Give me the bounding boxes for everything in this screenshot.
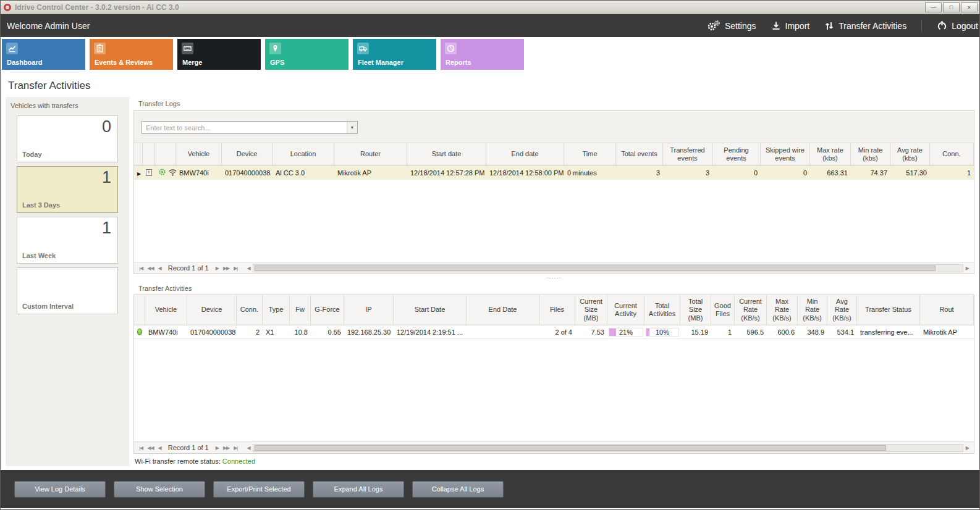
- search-input[interactable]: [142, 122, 347, 133]
- logs-cell-conn: 1: [930, 169, 974, 177]
- logs-col-avg-rate[interactable]: Avg rate (kbs): [890, 143, 930, 165]
- logs-scrollbar-thumb[interactable]: [255, 265, 936, 271]
- search-combo: ▼: [142, 121, 358, 134]
- wifi-status-label: Wi-Fi transfer remote status:: [135, 458, 221, 465]
- expand-all-logs-button[interactable]: Expand All Logs: [313, 481, 404, 498]
- logs-col-min-rate[interactable]: Min rate (kbs): [851, 143, 890, 165]
- acts-col-current-rate[interactable]: Current Rate (KB/s): [735, 295, 767, 325]
- logs-col-pending-events[interactable]: Pending events: [712, 143, 761, 165]
- acts-col-total-size[interactable]: Total Size (MB): [680, 295, 711, 325]
- acts-col-total-activities[interactable]: Total Activities: [644, 295, 680, 325]
- logs-col-vehicle[interactable]: Vehicle: [176, 143, 222, 165]
- scroll-right-button[interactable]: ▶: [965, 265, 970, 271]
- prev-button[interactable]: ◀: [157, 265, 163, 271]
- acts-h-scrollbar[interactable]: [253, 444, 963, 452]
- show-selection-button[interactable]: Show Selection: [114, 481, 205, 498]
- logs-col-skipped-wire-events[interactable]: Skipped wire events: [761, 143, 810, 165]
- acts-col-current-size[interactable]: Current Size (MB): [575, 295, 607, 325]
- acts-fast-next-button[interactable]: ▶▶: [222, 445, 230, 451]
- last-page-button[interactable]: ▶|: [232, 265, 239, 271]
- acts-col-good-files[interactable]: Good Files: [711, 295, 735, 325]
- fast-prev-button[interactable]: ◀◀: [146, 265, 154, 271]
- close-button[interactable]: ×: [961, 2, 978, 12]
- clipboard-icon: [94, 43, 106, 54]
- acts-col-vehicle[interactable]: Vehicle: [145, 295, 187, 325]
- acts-col-fw[interactable]: Fw: [290, 295, 311, 325]
- card-today[interactable]: 0 Today: [17, 115, 118, 162]
- logs-col-location[interactable]: Location: [272, 143, 334, 165]
- tab-fleet-manager[interactable]: Fleet Manager: [353, 39, 436, 70]
- view-log-details-button[interactable]: View Log Details: [14, 481, 106, 498]
- wifi-icon: [168, 169, 176, 177]
- activities-table-row[interactable]: BMW740i 017040000038 2 X1 10.8 0.55 192.…: [134, 325, 974, 339]
- acts-next-button[interactable]: ▶: [214, 445, 220, 451]
- acts-prev-button[interactable]: ◀: [157, 445, 163, 451]
- power-icon: [937, 20, 947, 31]
- acts-col-min-rate[interactable]: Min Rate (KB/s): [798, 295, 827, 325]
- settings-label: Settings: [725, 21, 756, 31]
- tab-dashboard-label: Dashboard: [7, 59, 42, 66]
- topbar-divider: [921, 20, 922, 32]
- logout-button[interactable]: Logout: [937, 20, 978, 31]
- logs-cell-total-events: 3: [616, 169, 663, 177]
- transfer-logs-panel-title: Transfer Logs: [133, 97, 974, 110]
- acts-scroll-right-button[interactable]: ▶: [965, 445, 970, 451]
- acts-col-ip[interactable]: IP: [344, 295, 394, 325]
- acts-col-status: [134, 295, 145, 325]
- card-custom-interval[interactable]: Custom Interval: [17, 267, 118, 314]
- acts-col-start-date[interactable]: Start Date: [394, 295, 467, 325]
- panel-splitter[interactable]: ······: [133, 274, 974, 282]
- logs-col-time[interactable]: Time: [564, 143, 616, 165]
- acts-col-g-force[interactable]: G-Force: [311, 295, 344, 325]
- search-dropdown-button[interactable]: ▼: [347, 122, 357, 133]
- tab-merge[interactable]: Merge: [177, 39, 261, 70]
- next-button[interactable]: ▶: [214, 265, 220, 271]
- acts-col-avg-rate[interactable]: Avg Rate (KB/s): [827, 295, 857, 325]
- maximize-button[interactable]: □: [943, 2, 960, 12]
- acts-scrollbar-thumb[interactable]: [255, 445, 886, 451]
- card-last-3-days[interactable]: 1 Last 3 Days: [17, 166, 118, 213]
- acts-col-transfer-status[interactable]: Transfer Status: [857, 295, 920, 325]
- logs-col-max-rate[interactable]: Max rate (kbs): [810, 143, 851, 165]
- logs-col-start-date[interactable]: Start date: [407, 143, 486, 165]
- logs-table-row[interactable]: ▶ + BMW740i 017040000038: [134, 166, 974, 180]
- tab-events-reviews[interactable]: Events & Reviews: [90, 39, 173, 70]
- first-page-button[interactable]: |◀: [138, 265, 144, 271]
- fast-next-button[interactable]: ▶▶: [222, 265, 230, 271]
- import-button[interactable]: Import: [771, 21, 810, 31]
- export-print-selected-button[interactable]: Export/Print Selected: [213, 481, 305, 498]
- settings-button[interactable]: Settings: [707, 20, 756, 31]
- tab-dashboard[interactable]: Dashboard: [2, 39, 85, 70]
- acts-col-current-activity[interactable]: Current Activity: [607, 295, 644, 325]
- row-indicator-cell: ▶: [134, 169, 143, 177]
- expand-row-button[interactable]: +: [146, 169, 152, 176]
- acts-col-type[interactable]: Type: [263, 295, 290, 325]
- titlebar: Idrive Control Center - 3.0.2 version - …: [1, 1, 979, 14]
- logs-col-router[interactable]: Router: [334, 143, 407, 165]
- acts-first-page-button[interactable]: |◀: [138, 445, 144, 451]
- minimize-button[interactable]: —: [925, 2, 942, 12]
- logs-col-conn[interactable]: Conn.: [930, 143, 974, 165]
- acts-col-max-rate[interactable]: Max Rate (KB/s): [767, 295, 798, 325]
- tab-gps[interactable]: GPS: [265, 39, 348, 70]
- logs-col-transferred-events[interactable]: Transferred events: [663, 143, 712, 165]
- logs-h-scrollbar[interactable]: [253, 264, 963, 272]
- acts-col-end-date[interactable]: End Date: [467, 295, 539, 325]
- acts-col-conn[interactable]: Conn.: [237, 295, 263, 325]
- scroll-left-button[interactable]: ◀: [245, 265, 251, 271]
- import-icon: [771, 21, 781, 31]
- logs-col-total-events[interactable]: Total events: [616, 143, 663, 165]
- collapse-all-logs-button[interactable]: Collapse All Logs: [412, 481, 504, 498]
- logs-col-device[interactable]: Device: [222, 143, 272, 165]
- card-today-label: Today: [22, 151, 42, 158]
- acts-fast-prev-button[interactable]: ◀◀: [146, 445, 154, 451]
- acts-col-router[interactable]: Rout: [920, 295, 974, 325]
- tab-reports[interactable]: Reports: [441, 39, 524, 70]
- acts-col-files[interactable]: Files: [539, 295, 575, 325]
- acts-scroll-left-button[interactable]: ◀: [245, 445, 251, 451]
- logs-col-end-date[interactable]: End date: [486, 143, 564, 165]
- card-last-week[interactable]: 1 Last Week: [17, 217, 118, 264]
- acts-last-page-button[interactable]: ▶|: [232, 445, 239, 451]
- transfer-activities-button[interactable]: Transfer Activities: [824, 21, 906, 31]
- acts-col-device[interactable]: Device: [187, 295, 237, 325]
